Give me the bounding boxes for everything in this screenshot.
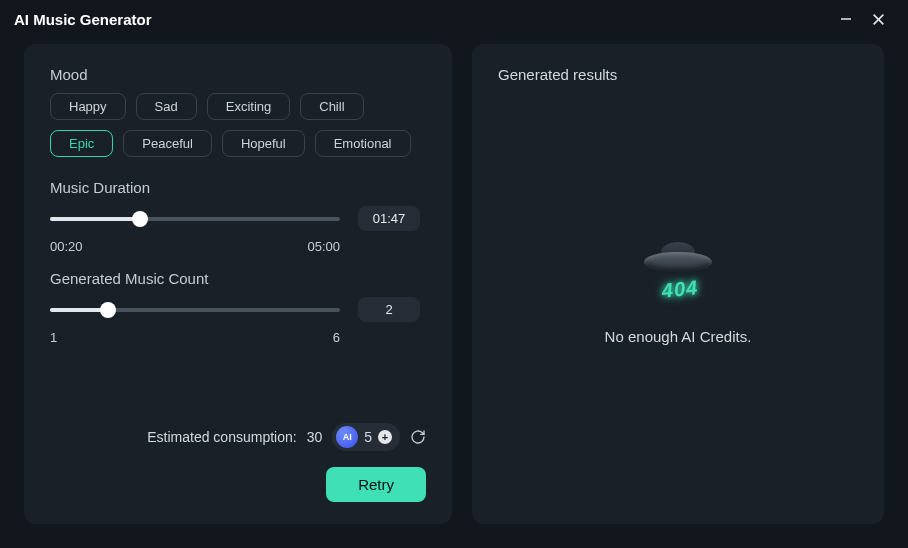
- duration-slider[interactable]: [50, 217, 340, 221]
- mood-label: Mood: [50, 66, 426, 83]
- mood-chip-chill[interactable]: Chill: [300, 93, 363, 120]
- mood-chip-emotional[interactable]: Emotional: [315, 130, 411, 157]
- mood-chip-sad[interactable]: Sad: [136, 93, 197, 120]
- mood-chip-exciting[interactable]: Exciting: [207, 93, 291, 120]
- error-message: No enough AI Credits.: [605, 328, 752, 345]
- ai-badge-icon: AI: [336, 426, 358, 448]
- count-max: 6: [333, 330, 340, 345]
- duration-label: Music Duration: [50, 179, 426, 196]
- retry-button[interactable]: Retry: [326, 467, 426, 502]
- duration-min: 00:20: [50, 239, 83, 254]
- count-label: Generated Music Count: [50, 270, 426, 287]
- count-min: 1: [50, 330, 57, 345]
- error-code: 404: [661, 276, 700, 303]
- close-button[interactable]: [862, 5, 894, 33]
- window-title: AI Music Generator: [14, 11, 152, 28]
- mood-chip-happy[interactable]: Happy: [50, 93, 126, 120]
- duration-max: 05:00: [307, 239, 340, 254]
- mood-chip-epic[interactable]: Epic: [50, 130, 113, 157]
- mood-chip-hopeful[interactable]: Hopeful: [222, 130, 305, 157]
- count-value: 2: [358, 297, 420, 322]
- consumption-value: 30: [307, 429, 323, 445]
- results-panel: Generated results 404 No enough AI Credi…: [472, 44, 884, 524]
- count-slider[interactable]: [50, 308, 340, 312]
- settings-panel: Mood HappySadExcitingChillEpicPeacefulHo…: [24, 44, 452, 524]
- consumption-label: Estimated consumption:: [147, 429, 296, 445]
- minimize-button[interactable]: [830, 5, 862, 33]
- duration-slider-thumb[interactable]: [132, 211, 148, 227]
- error-illustration: 404: [633, 240, 723, 310]
- mood-options: HappySadExcitingChillEpicPeacefulHopeful…: [50, 93, 426, 157]
- results-title: Generated results: [498, 66, 858, 83]
- title-bar: AI Music Generator: [0, 0, 908, 38]
- consumption-row: Estimated consumption: 30 AI 5 +: [147, 423, 426, 451]
- credits-value: 5: [364, 429, 372, 445]
- duration-value: 01:47: [358, 206, 420, 231]
- count-slider-thumb[interactable]: [100, 302, 116, 318]
- mood-chip-peaceful[interactable]: Peaceful: [123, 130, 212, 157]
- add-credits-button[interactable]: +: [378, 430, 392, 444]
- credits-pill: AI 5 +: [332, 423, 400, 451]
- refresh-icon[interactable]: [410, 429, 426, 445]
